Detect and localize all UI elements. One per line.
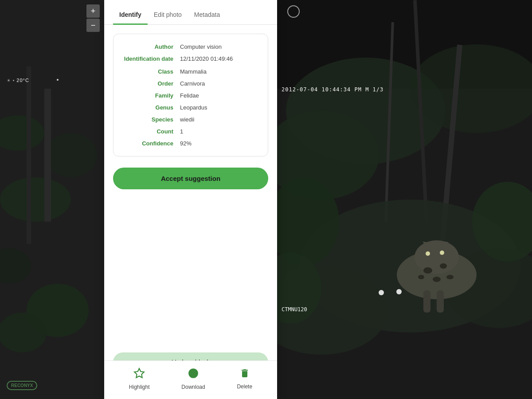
- trash-icon: [239, 368, 250, 381]
- download-icon: [188, 368, 199, 382]
- zoom-out-button[interactable]: −: [86, 19, 100, 32]
- identification-card: Author Computer vision Identification da…: [113, 34, 268, 156]
- svg-point-32: [440, 250, 444, 255]
- genus-row: Genus Leopardus: [122, 102, 259, 113]
- accept-suggestion-button[interactable]: Accept suggestion: [113, 168, 268, 189]
- right-cam-timestamp: 2012-07-04 10:44:34 PM M 1/3: [282, 86, 383, 93]
- genus-label: Genus: [122, 104, 180, 111]
- left-camera-logo: RECONYX: [7, 381, 37, 390]
- tab-edit-photo[interactable]: Edit photo: [148, 7, 188, 25]
- svg-rect-34: [437, 290, 444, 313]
- center-panel: Identify Edit photo Metadata Author Comp…: [104, 0, 277, 399]
- author-value: Computer vision: [180, 43, 222, 50]
- tab-identify[interactable]: Identify: [113, 7, 148, 25]
- zoom-in-button[interactable]: +: [86, 4, 100, 18]
- svg-point-27: [446, 275, 454, 279]
- right-camera-panel: 2012-07-04 10:44:34 PM M 1/3 CTMNU120: [277, 0, 532, 399]
- svg-point-28: [418, 275, 424, 279]
- svg-rect-33: [423, 290, 430, 313]
- svg-marker-10: [134, 368, 144, 378]
- confidence-row: Confidence 92%: [122, 137, 259, 149]
- left-cam-svg: [0, 0, 104, 399]
- svg-point-23: [415, 240, 459, 274]
- genus-value: Leopardus: [180, 104, 207, 111]
- family-row: Family Felidae: [122, 90, 259, 102]
- star-icon: [133, 368, 145, 382]
- svg-point-8: [0, 313, 47, 352]
- species-value: wiedii: [180, 116, 195, 123]
- delete-label: Delete: [237, 383, 252, 390]
- svg-rect-5: [44, 89, 51, 222]
- right-cam-svg: [277, 0, 532, 399]
- tab-bar: Identify Edit photo Metadata: [104, 0, 277, 25]
- class-value: Mammalia: [180, 68, 207, 75]
- bottom-toolbar: Highlight Download Delete: [104, 360, 277, 399]
- svg-point-4: [44, 133, 98, 177]
- order-label: Order: [122, 80, 180, 87]
- confidence-value: 92%: [180, 140, 192, 147]
- count-label: Count: [122, 128, 180, 135]
- svg-point-9: [57, 79, 59, 81]
- count-value: 1: [180, 128, 183, 135]
- svg-point-25: [440, 263, 447, 269]
- svg-point-26: [433, 277, 441, 282]
- species-row: Species wiedii: [122, 113, 259, 125]
- download-label: Download: [181, 384, 205, 390]
- left-camera-image: ☀ • 20°C RECONYX: [0, 0, 104, 399]
- highlight-toolbar-item[interactable]: Highlight: [129, 368, 150, 390]
- svg-point-39: [396, 289, 402, 294]
- author-label: Author: [122, 43, 180, 50]
- right-camera-image: 2012-07-04 10:44:34 PM M 1/3 CTMNU120: [277, 0, 532, 399]
- svg-point-31: [426, 251, 430, 256]
- class-label: Class: [122, 68, 180, 75]
- svg-rect-6: [27, 66, 31, 244]
- left-camera-panel: + − ☀ • 20°C RECONYX: [0, 0, 104, 399]
- date-value: 12/11/2020 01:49:46: [180, 55, 233, 62]
- circle-indicator: [287, 5, 300, 18]
- date-row: Identification date 12/11/2020 01:49:46: [122, 53, 259, 66]
- family-label: Family: [122, 92, 180, 99]
- download-toolbar-item[interactable]: Download: [181, 368, 205, 390]
- count-row: Count 1: [122, 125, 259, 137]
- author-row: Author Computer vision: [122, 41, 259, 53]
- right-cam-id: CTMNU120: [282, 306, 307, 313]
- delete-toolbar-item[interactable]: Delete: [237, 368, 252, 390]
- order-value: Carnivora: [180, 80, 205, 87]
- highlight-label: Highlight: [129, 384, 150, 390]
- svg-point-2: [0, 177, 71, 222]
- confidence-label: Confidence: [122, 140, 180, 147]
- svg-point-38: [379, 290, 384, 295]
- species-label: Species: [122, 116, 180, 123]
- zoom-controls: + −: [86, 4, 100, 32]
- svg-point-24: [423, 267, 432, 274]
- class-row: Class Mammalia: [122, 66, 259, 78]
- tab-metadata[interactable]: Metadata: [188, 7, 226, 25]
- order-row: Order Carnivora: [122, 78, 259, 90]
- left-temp-display: ☀ • 20°C: [7, 78, 29, 83]
- family-value: Felidae: [180, 92, 199, 99]
- date-label: Identification date: [122, 55, 180, 63]
